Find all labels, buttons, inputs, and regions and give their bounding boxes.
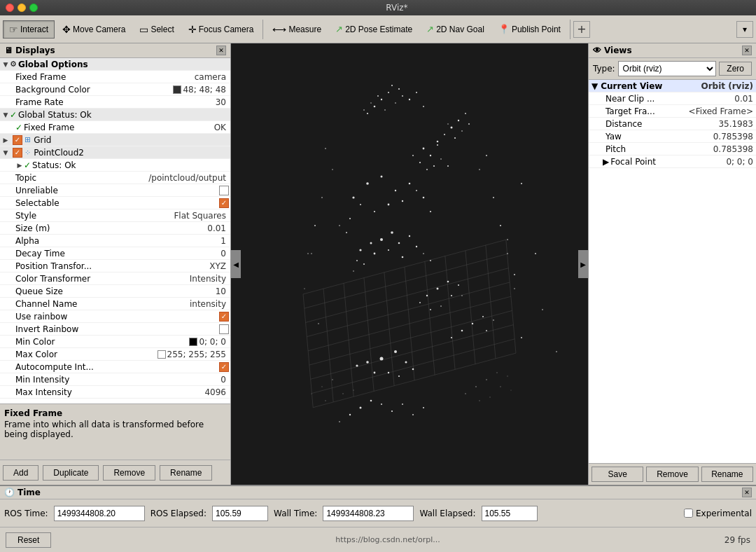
remove-display-button[interactable]: Remove bbox=[103, 465, 155, 481]
global-options-row[interactable]: ▼ ⚙ Global Options bbox=[0, 58, 230, 71]
invert-rainbow-row[interactable]: Invert Rainbow bbox=[0, 323, 230, 336]
duplicate-display-button[interactable]: Duplicate bbox=[43, 465, 99, 481]
grid-row[interactable]: ▶ ✓ ⊞ Grid bbox=[0, 134, 230, 146]
max-intensity-row[interactable]: Max Intensity 4096 bbox=[0, 386, 230, 399]
add-display-button[interactable]: Add bbox=[3, 465, 38, 481]
status-ok-label: Status: Ok bbox=[32, 160, 229, 170]
size-row[interactable]: Size (m) 0.01 bbox=[0, 222, 230, 235]
3d-view[interactable]: ◀ ▶ bbox=[231, 43, 588, 485]
pointcloud2-row[interactable]: ▼ ✓ ⁘ PointCloud2 bbox=[0, 146, 230, 159]
fixed-frame-row[interactable]: Fixed Frame camera bbox=[0, 71, 230, 83]
time-close-button[interactable]: ✕ bbox=[742, 488, 752, 497]
menu-button[interactable]: ▾ bbox=[736, 21, 753, 38]
use-rainbow-checkbox[interactable]: ✓ bbox=[219, 312, 229, 322]
style-row[interactable]: Style Flat Squares bbox=[0, 209, 230, 222]
current-view-label: Current View bbox=[598, 81, 701, 91]
interact-button[interactable]: ☞ Interact bbox=[3, 20, 55, 39]
global-status-label: Global Status: Ok bbox=[18, 110, 229, 120]
window-controls[interactable] bbox=[6, 4, 38, 12]
nav-goal-button[interactable]: ↗ 2D Nav Goal bbox=[420, 20, 491, 38]
yaw-row[interactable]: Yaw 0.785398 bbox=[589, 130, 756, 143]
views-zero-button[interactable]: Zero bbox=[719, 62, 752, 76]
publish-point-button[interactable]: 📍 Publish Point bbox=[492, 20, 567, 38]
pitch-row[interactable]: Pitch 0.785398 bbox=[589, 143, 756, 156]
autocompute-label: Autocompute Int... bbox=[15, 362, 219, 372]
current-view-header-row[interactable]: ▼ Current View Orbit (rviz) bbox=[589, 80, 756, 92]
experimental-check[interactable]: Experimental bbox=[684, 509, 752, 518]
unreliable-checkbox[interactable] bbox=[219, 186, 229, 195]
ros-time-input[interactable] bbox=[54, 506, 145, 521]
ros-elapsed-input[interactable] bbox=[212, 506, 268, 521]
focal-point-row[interactable]: ▶ Focal Point 0; 0; 0 bbox=[589, 156, 756, 168]
topic-row[interactable]: Topic /pointcloud/output bbox=[0, 172, 230, 184]
min-color-row[interactable]: Min Color 0; 0; 0 bbox=[0, 336, 230, 348]
target-frame-row[interactable]: Target Fra... <Fixed Frame> bbox=[589, 105, 756, 118]
rename-display-button[interactable]: Rename bbox=[160, 465, 212, 481]
max-color-value: 255; 255; 255 bbox=[167, 350, 229, 359]
background-color-row[interactable]: Background Color 48; 48; 48 bbox=[0, 83, 230, 96]
main-layout: 🖥 Displays ✕ ▼ ⚙ Global Options Fixed Fr… bbox=[0, 43, 756, 485]
experimental-checkbox[interactable] bbox=[684, 509, 693, 518]
unreliable-row[interactable]: Unreliable bbox=[0, 184, 230, 197]
invert-rainbow-checkbox[interactable] bbox=[219, 324, 229, 334]
global-status-row[interactable]: ▼ ✓ Global Status: Ok bbox=[0, 109, 230, 121]
fixed-frame-status-row[interactable]: ✓ Fixed Frame OK bbox=[0, 121, 230, 134]
channel-name-row[interactable]: Channel Name intensity bbox=[0, 298, 230, 310]
near-clip-row[interactable]: Near Clip ... 0.01 bbox=[589, 92, 756, 105]
channel-name-value: intensity bbox=[190, 299, 229, 309]
views-save-button[interactable]: Save bbox=[592, 467, 643, 482]
views-close-button[interactable]: ✕ bbox=[742, 46, 752, 55]
pose-estimate-button[interactable]: ↗ 2D Pose Estimate bbox=[329, 20, 419, 38]
svg-point-52 bbox=[374, 211, 375, 212]
svg-point-96 bbox=[304, 288, 304, 289]
wall-time-input[interactable] bbox=[323, 506, 414, 521]
color-transformer-row[interactable]: Color Transformer Intensity bbox=[0, 272, 230, 285]
alpha-row[interactable]: Alpha 1 bbox=[0, 235, 230, 247]
wall-elapsed-input[interactable] bbox=[482, 506, 538, 521]
views-tree: ▼ Current View Orbit (rviz) Near Clip ..… bbox=[589, 80, 756, 463]
focus-camera-button[interactable]: ✛ Focus Camera bbox=[182, 20, 260, 39]
pointcloud2-icon: ⁘ bbox=[24, 148, 31, 157]
autocompute-checkbox[interactable]: ✓ bbox=[219, 362, 229, 372]
grid-enabled-checkbox[interactable]: ✓ bbox=[13, 135, 22, 145]
status-ok-row[interactable]: ▶ ✓ Status: Ok bbox=[0, 159, 230, 172]
minimize-button[interactable] bbox=[18, 4, 26, 12]
max-color-row[interactable]: Max Color 255; 255; 255 bbox=[0, 348, 230, 361]
autocompute-row[interactable]: Autocompute Int... ✓ bbox=[0, 361, 230, 373]
svg-rect-0 bbox=[241, 43, 578, 485]
add-tool-button[interactable]: + bbox=[573, 21, 590, 38]
topic-value: /pointcloud/output bbox=[148, 173, 229, 183]
move-camera-button[interactable]: ✥ Move Camera bbox=[56, 20, 132, 39]
color-transformer-value: Intensity bbox=[190, 274, 229, 284]
frame-rate-row[interactable]: Frame Rate 30 bbox=[0, 96, 230, 109]
views-remove-button[interactable]: Remove bbox=[646, 467, 698, 482]
displays-close-button[interactable]: ✕ bbox=[216, 46, 226, 55]
min-intensity-row[interactable]: Min Intensity 0 bbox=[0, 373, 230, 386]
svg-point-55 bbox=[349, 218, 351, 219]
decay-time-row[interactable]: Decay Time 0 bbox=[0, 247, 230, 260]
views-type-select[interactable]: Orbit (rviz) bbox=[618, 61, 717, 76]
distance-row[interactable]: Distance 35.1983 bbox=[589, 118, 756, 130]
displays-icon: 🖥 bbox=[4, 46, 13, 55]
close-button[interactable] bbox=[6, 4, 14, 12]
pointcloud2-enabled-checkbox[interactable]: ✓ bbox=[13, 148, 22, 158]
reset-button[interactable]: Reset bbox=[6, 532, 51, 548]
view-nav-right-button[interactable]: ▶ bbox=[578, 250, 588, 278]
views-title: 👁 Views bbox=[593, 46, 632, 55]
queue-size-row[interactable]: Queue Size 10 bbox=[0, 285, 230, 298]
svg-point-41 bbox=[461, 130, 463, 132]
selectable-row[interactable]: Selectable ✓ bbox=[0, 197, 230, 209]
select-button[interactable]: ▭ Select bbox=[133, 20, 180, 39]
view-nav-left-button[interactable]: ◀ bbox=[231, 250, 241, 278]
views-rename-button[interactable]: Rename bbox=[701, 467, 753, 482]
target-frame-value: <Fixed Frame> bbox=[689, 106, 753, 116]
publish-point-icon: 📍 bbox=[498, 24, 510, 34]
selectable-checkbox[interactable]: ✓ bbox=[219, 198, 229, 208]
use-rainbow-row[interactable]: Use rainbow ✓ bbox=[0, 310, 230, 323]
displays-buttons-bar: Add Duplicate Remove Rename bbox=[0, 460, 230, 485]
measure-button[interactable]: ⟷ Measure bbox=[266, 20, 328, 39]
position-transform-row[interactable]: Position Transfor... XYZ bbox=[0, 260, 230, 272]
maximize-button[interactable] bbox=[29, 4, 38, 12]
svg-point-152 bbox=[325, 400, 326, 401]
svg-point-48 bbox=[352, 196, 354, 198]
